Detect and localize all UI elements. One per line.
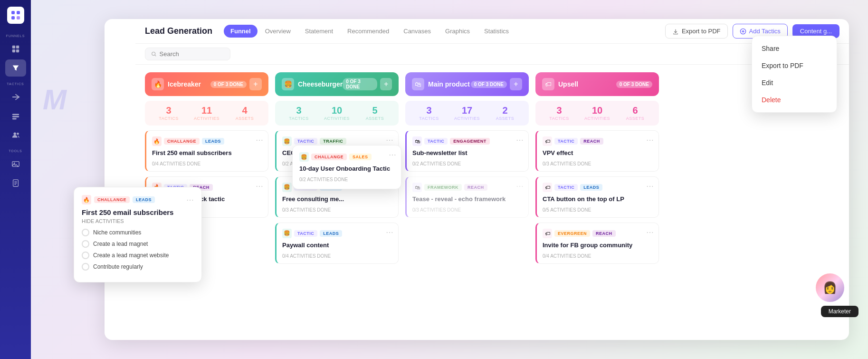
add-cheeseburger-button[interactable]: + — [380, 78, 392, 90]
card-menu-button-10[interactable]: ⋯ — [646, 228, 654, 237]
activity-text-1: Niche communities — [93, 229, 141, 236]
col-stats-icebreaker: 3 Tactics 11 Activities 4 Assets — [145, 101, 268, 126]
card-menu-button-3[interactable]: ⋯ — [386, 136, 393, 145]
add-icebreaker-button[interactable]: + — [249, 78, 262, 90]
sidebar-item-doc[interactable] — [5, 175, 26, 192]
popup-card-menu[interactable]: ⋯ — [389, 150, 396, 159]
search-input[interactable] — [160, 50, 224, 58]
card-first-250[interactable]: 🔥 CHALLANGE LEADS First 250 email subscr… — [145, 130, 268, 172]
card-icon-5: 🍔 — [282, 229, 292, 238]
dropdown-share[interactable]: Share — [752, 40, 837, 57]
sidebar-item-people[interactable] — [5, 126, 26, 144]
card-tags-9: 🏷 TACTIC LEADS — [543, 183, 653, 192]
popup-onboarding-card[interactable]: 🍔 CHALLANGE SALES 10-day User Onboarding… — [292, 145, 401, 189]
main-content: Lead Generation Funnel Overview Statemen… — [135, 19, 849, 340]
svg-rect-9 — [12, 116, 19, 117]
card-title-tease: Tease - reveal - echo framework — [412, 195, 523, 204]
user-avatar[interactable]: 👩 — [816, 273, 844, 302]
activity-checkbox-2[interactable] — [82, 240, 89, 248]
card-progress-8: 0/3 ACTIVITIES DONE — [543, 161, 653, 166]
popup-tag-sales: SALES — [349, 154, 372, 160]
activity-popup-menu[interactable]: ⋯ — [186, 195, 194, 204]
tag-leads: LEADS — [202, 138, 224, 145]
activity-checkbox-4[interactable] — [82, 263, 89, 271]
card-icon-10: 🏷 — [543, 229, 552, 238]
dropdown-delete[interactable]: Delete — [752, 91, 837, 108]
activity-checkbox-3[interactable] — [82, 252, 89, 259]
activity-popup-header: 🔥 CHALLANGE LEADS ⋯ — [82, 195, 194, 204]
card-menu-button-9[interactable]: ⋯ — [646, 182, 654, 191]
dropdown-edit[interactable]: Edit — [752, 74, 837, 91]
activity-text-3: Create a lead magnet website — [93, 252, 169, 259]
tab-statement[interactable]: Statement — [298, 25, 340, 38]
tab-funnel[interactable]: Funnel — [224, 25, 258, 38]
card-menu-button-6[interactable]: ⋯ — [516, 136, 524, 145]
card-tease-reveal[interactable]: 🛍 FRAMEWORK REACH Tease - reveal - echo … — [405, 176, 529, 218]
app-logo[interactable] — [7, 7, 24, 24]
tag-reach-2: REACH — [464, 184, 487, 191]
column-cheeseburger: 🍔 Cheeseburger 0 OF 3 DONE + 3 Tactics 1… — [275, 72, 399, 332]
search-box[interactable] — [145, 48, 230, 60]
kanban-area: 🔥 Icebreaker 0 OF 3 DONE + 3 Tactics 11 — [135, 65, 849, 340]
tag-evergreen: EVERGREEN — [554, 230, 590, 237]
sidebar-section-tools: TOOLS — [9, 149, 22, 153]
add-mainproduct-button[interactable]: + — [510, 78, 522, 90]
card-subnewsletter[interactable]: 🛍 TACTIC ENGAGEMENT Sub-newsletter list … — [405, 130, 529, 172]
sidebar: FUNNELS TACTICS TOOLS — [0, 0, 31, 359]
sidebar-item-funnel[interactable] — [5, 59, 26, 77]
col-icon-upsell: 🏷 — [542, 78, 554, 90]
card-menu-button-2[interactable]: ⋯ — [256, 182, 263, 191]
col-header-left: 🔥 Icebreaker — [152, 78, 201, 90]
tab-graphics[interactable]: Graphics — [439, 25, 477, 38]
tab-overview[interactable]: Overview — [258, 25, 297, 38]
card-title-cta: CTA button on the top of LP — [543, 195, 653, 204]
col-stat-tactics: 3 Tactics — [152, 106, 186, 121]
card-menu-button-7[interactable]: ⋯ — [516, 182, 524, 191]
tag-tactic-7: TACTIC — [554, 184, 578, 191]
svg-point-11 — [13, 133, 16, 135]
popup-card-title: 10-day User Onboarding Tactic — [299, 165, 394, 173]
activity-text-4: Contribute regularly — [93, 263, 143, 270]
sidebar-item-arrow[interactable] — [5, 88, 26, 106]
card-paywall[interactable]: 🍔 TACTIC LEADS Paywall content 0/4 ACTIV… — [275, 223, 399, 264]
card-menu-button-8[interactable]: ⋯ — [646, 136, 654, 145]
column-upsell: 🏷 Upsell 0 OF 3 DONE 3 Tactics 10 Activi… — [535, 72, 659, 332]
marketer-label: Marketer — [821, 306, 858, 317]
tab-canvases[interactable]: Canvases — [397, 25, 438, 38]
card-progress-5: 0/4 ACTIVITIES DONE — [282, 253, 392, 259]
tag-tactic-6: TACTIC — [554, 138, 578, 145]
tag-tactic-5: TACTIC — [424, 138, 448, 145]
col-title-cheeseburger: Cheeseburger — [298, 80, 343, 88]
activity-item-3: Create a lead magnet website — [82, 252, 194, 259]
sidebar-item-cards[interactable] — [5, 107, 26, 125]
col-stat-activities-4: 10 Activities — [580, 106, 614, 121]
card-menu-button[interactable]: ⋯ — [256, 136, 263, 145]
card-fb-community[interactable]: 🏷 EVERGREEN REACH Invite for FB group co… — [535, 223, 659, 264]
app-container: Lead Generation Funnel Overview Statemen… — [105, 19, 849, 340]
col-stat-activities-2: 10 Activities — [320, 106, 354, 121]
card-progress: 0/4 ACTIVITIES DONE — [152, 161, 262, 166]
svg-rect-4 — [12, 46, 15, 49]
card-vpv-effect[interactable]: 🏷 TACTIC REACH VPV effect 0/3 ACTIVITIES… — [535, 130, 659, 172]
activity-hide-label[interactable]: HIDE ACTIVITIES — [82, 218, 194, 224]
export-pdf-button[interactable]: Export to PDF — [665, 24, 728, 39]
svg-point-22 — [152, 52, 155, 55]
col-icon-icebreaker: 🔥 — [152, 78, 164, 90]
export-label: Export to PDF — [682, 28, 721, 35]
card-title-fb: Invite for FB group community — [543, 242, 653, 250]
card-menu-button-5[interactable]: ⋯ — [386, 228, 393, 237]
card-icon-3: 🍔 — [282, 136, 292, 146]
tab-statistics[interactable]: Statistics — [477, 25, 515, 38]
col-header-left-3: 🛍 Main product — [412, 78, 470, 90]
col-header-upsell: 🏷 Upsell 0 OF 3 DONE — [535, 72, 659, 96]
sidebar-item-image[interactable] — [5, 155, 26, 173]
sidebar-item-grid[interactable] — [5, 40, 26, 58]
svg-rect-13 — [12, 162, 19, 167]
activity-checkbox-1[interactable] — [82, 229, 89, 236]
tab-recommended[interactable]: Recommended — [341, 25, 396, 38]
card-cta-button[interactable]: 🏷 TACTIC LEADS CTA button on the top of … — [535, 176, 659, 218]
dropdown-export-pdf[interactable]: Export to PDF — [752, 57, 837, 74]
activity-popup-tag-challange: CHALLANGE — [94, 196, 130, 203]
header: Lead Generation Funnel Overview Statemen… — [135, 19, 849, 44]
popup-tag-challange: CHALLANGE — [311, 154, 347, 160]
